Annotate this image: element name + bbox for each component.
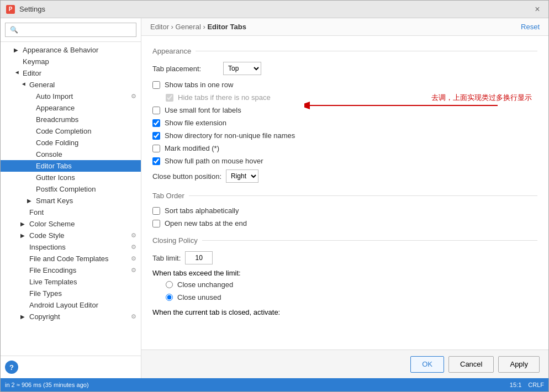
tab-limit-input[interactable] xyxy=(185,251,213,264)
close-unchanged-row: Close unchanged xyxy=(152,280,537,289)
close-unused-row: Close unused xyxy=(152,293,537,301)
show-file-extension-checkbox[interactable] xyxy=(152,119,160,127)
hide-tabs-no-space-checkbox[interactable] xyxy=(166,94,173,102)
bottom-bar: OK Cancel Apply xyxy=(141,349,548,378)
appearance-section-title: Appearance xyxy=(152,47,537,55)
sidebar-item-copyright[interactable]: ▶ Copyright ⚙ xyxy=(1,311,141,322)
hide-tabs-no-space-label[interactable]: Hide tabs if there is no space xyxy=(178,93,271,102)
close-unchanged-radio[interactable] xyxy=(166,281,173,288)
breadcrumb: Editor › General › Editor Tabs xyxy=(150,23,246,31)
content-wrapper: Editor › General › Editor Tabs Reset App… xyxy=(141,18,548,378)
open-new-end-row: Open new tabs at the end xyxy=(152,219,537,227)
close-unused-radio[interactable] xyxy=(166,294,173,301)
sidebar-item-color-scheme[interactable]: ▶ Color Scheme xyxy=(1,218,141,230)
sidebar-item-code-completion[interactable]: Code Completion xyxy=(1,125,141,137)
when-exceed-label: When tabs exceed the limit: xyxy=(152,269,537,277)
arrow-icon: ▶ xyxy=(20,314,27,320)
sidebar-item-label: Appearance & Behavior xyxy=(23,46,98,54)
tab-placement-label: Tab placement: xyxy=(152,65,219,73)
sidebar-item-inspections[interactable]: Inspections ⚙ xyxy=(1,241,141,253)
help-button[interactable]: ? xyxy=(5,361,18,374)
sidebar-item-gutter-icons[interactable]: Gutter Icons xyxy=(1,172,141,183)
show-full-path-checkbox[interactable] xyxy=(152,157,160,165)
use-small-font-row: Use small font for labels xyxy=(152,106,537,114)
sidebar-item-label: Keymap xyxy=(23,57,49,66)
sidebar-item-auto-import[interactable]: Auto Import ⚙ xyxy=(1,91,141,102)
show-file-extension-label[interactable]: Show file extension xyxy=(165,119,226,127)
sidebar-item-label: Inspections xyxy=(29,243,66,251)
use-small-font-label[interactable]: Use small font for labels xyxy=(165,106,241,114)
tab-placement-dropdown[interactable]: Top Left Right Bottom None xyxy=(223,62,261,75)
sidebar-item-file-types[interactable]: File Types xyxy=(1,288,141,299)
breadcrumb-bar: Editor › General › Editor Tabs Reset xyxy=(141,18,548,36)
show-full-path-label[interactable]: Show full path on mouse hover xyxy=(165,157,263,165)
close-button[interactable]: × xyxy=(532,4,543,15)
close-button-dropdown[interactable]: Right Left None xyxy=(226,169,258,183)
sidebar-item-label: Editor xyxy=(23,69,41,77)
sidebar-item-file-encodings[interactable]: File Encodings ⚙ xyxy=(1,264,141,276)
sidebar-item-label: Editor Tabs xyxy=(36,162,72,170)
sidebar-item-font[interactable]: Font xyxy=(1,206,141,218)
tab-limit-row: Tab limit: xyxy=(152,251,537,264)
sidebar-item-file-code-templates[interactable]: File and Code Templates ⚙ xyxy=(1,253,141,264)
sidebar-item-keymap[interactable]: Keymap xyxy=(1,56,141,67)
close-button-position-row: Close button position: Right Left None xyxy=(152,169,537,183)
show-tabs-one-row-checkbox[interactable] xyxy=(152,81,160,89)
sidebar-item-label: Live Templates xyxy=(29,278,77,286)
cancel-button[interactable]: Cancel xyxy=(448,356,494,373)
appearance-section: Appearance Tab placement: Top Left Right… xyxy=(152,47,537,183)
arrow-icon: ▶ xyxy=(27,198,34,204)
use-small-font-checkbox[interactable] xyxy=(152,107,160,114)
close-unchanged-label[interactable]: Close unchanged xyxy=(177,280,233,289)
sidebar-item-label: File Types xyxy=(29,289,62,298)
status-right: 15:1 CRLF xyxy=(510,382,544,388)
close-button-label: Close button position: xyxy=(152,172,221,181)
sidebar-item-console[interactable]: Console xyxy=(1,149,141,160)
gear-icon: ⚙ xyxy=(131,267,136,274)
sidebar-item-live-templates[interactable]: Live Templates xyxy=(1,276,141,288)
sidebar-item-label: Console xyxy=(36,150,62,158)
sidebar-item-label: Breadcrumbs xyxy=(36,115,78,124)
mark-modified-checkbox[interactable] xyxy=(152,145,160,152)
sidebar-item-code-folding[interactable]: Code Folding xyxy=(1,137,141,149)
sidebar-item-android-layout-editor[interactable]: Android Layout Editor xyxy=(1,299,141,311)
show-directory-label[interactable]: Show directory for non-unique file names xyxy=(165,131,295,140)
sidebar-item-postfix-completion[interactable]: Postfix Completion xyxy=(1,183,141,195)
title-bar: P Settings × xyxy=(1,1,548,18)
sidebar-item-editor-tabs[interactable]: Editor Tabs xyxy=(1,160,141,172)
sidebar-item-label: Color Scheme xyxy=(29,220,75,228)
show-tabs-one-row-label[interactable]: Show tabs in one row xyxy=(165,81,233,89)
sidebar-item-code-style[interactable]: ▶ Code Style ⚙ xyxy=(1,230,141,241)
window-title: Settings xyxy=(19,5,532,13)
ok-button[interactable]: OK xyxy=(410,356,444,373)
sidebar-item-label: File Encodings xyxy=(29,266,76,274)
sidebar-item-general[interactable]: ▼ General xyxy=(1,79,141,91)
sort-alphabetically-label[interactable]: Sort tabs alphabetically xyxy=(165,206,239,215)
close-unused-label[interactable]: Close unused xyxy=(177,293,221,301)
reset-button[interactable]: Reset xyxy=(521,23,540,31)
sidebar-bottom: ? xyxy=(1,356,141,378)
sidebar-item-label: File and Code Templates xyxy=(29,255,109,263)
sidebar-item-label: Smart Keys xyxy=(36,197,73,205)
sidebar-item-label: Android Layout Editor xyxy=(29,301,98,309)
sidebar-item-appearance-behavior[interactable]: ▶ Appearance & Behavior xyxy=(1,44,141,56)
sidebar-item-label: Code Completion xyxy=(36,127,91,135)
status-encoding: CRLF xyxy=(528,382,544,388)
sort-alphabetically-checkbox[interactable] xyxy=(152,207,160,215)
mark-modified-label[interactable]: Mark modified (*) xyxy=(165,144,219,152)
search-input[interactable] xyxy=(5,23,136,37)
sidebar-item-label: Copyright xyxy=(29,312,60,321)
when-current-closed-label: When the current tab is closed, activate… xyxy=(152,308,537,316)
show-directory-row: Show directory for non-unique file names xyxy=(152,131,537,140)
show-directory-checkbox[interactable] xyxy=(152,132,160,140)
gear-icon: ⚙ xyxy=(131,255,136,262)
open-new-end-label[interactable]: Open new tabs at the end xyxy=(165,219,247,227)
sidebar-item-editor[interactable]: ▼ Editor xyxy=(1,67,141,79)
sidebar-item-smart-keys[interactable]: ▶ Smart Keys xyxy=(1,195,141,206)
arrow-icon: ▶ xyxy=(20,232,27,239)
apply-button[interactable]: Apply xyxy=(498,356,540,373)
sidebar-item-breadcrumbs[interactable]: Breadcrumbs xyxy=(1,114,141,125)
open-new-end-checkbox[interactable] xyxy=(152,220,160,227)
gear-icon: ⚙ xyxy=(131,232,136,239)
sidebar-item-appearance[interactable]: Appearance xyxy=(1,102,141,114)
